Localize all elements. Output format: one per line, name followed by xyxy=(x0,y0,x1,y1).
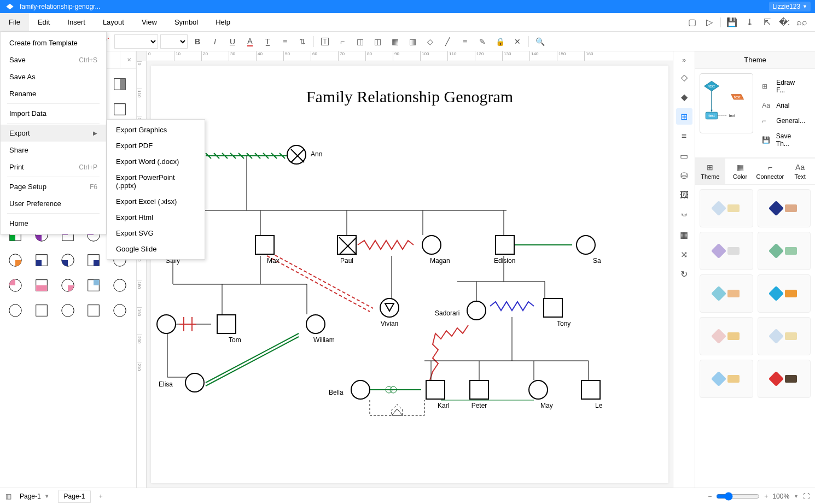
menu-insert[interactable]: Insert xyxy=(59,13,94,31)
theme-preset[interactable] xyxy=(700,189,753,227)
zoom-level[interactable]: 100% xyxy=(772,493,789,500)
menu-create-template[interactable]: Create from Template xyxy=(1,34,106,51)
node-sadorari[interactable]: Sadorari xyxy=(467,301,486,320)
shape-circle-pink[interactable] xyxy=(4,274,26,296)
line-spacing-icon[interactable]: ⇅ xyxy=(295,34,310,49)
theme-preset[interactable] xyxy=(758,360,811,398)
shape-circle8[interactable] xyxy=(109,300,131,321)
theme-tab-connector[interactable]: ⌐Connector xyxy=(755,159,785,184)
diagram-title[interactable]: Family Relationship Genogram xyxy=(306,87,513,106)
export-html[interactable]: Export Html xyxy=(107,209,205,225)
node-elisa[interactable]: Elisa xyxy=(185,373,205,392)
menu-view[interactable]: View xyxy=(133,13,166,31)
shape-square-blue[interactable] xyxy=(83,274,104,296)
node-tom[interactable]: Tom xyxy=(212,314,241,344)
theme-opt-general[interactable]: ⌐General... xyxy=(761,115,806,127)
export-ppt[interactable]: Export PowerPoint (.pptx) xyxy=(107,169,205,194)
search-icon[interactable]: 🔍 xyxy=(532,34,548,49)
shape-square6[interactable] xyxy=(83,300,104,321)
theme-opt-edraw-font[interactable]: ⊞Edraw F... xyxy=(761,77,806,96)
menu-export[interactable]: Export▶ xyxy=(1,125,106,142)
fullscreen-icon[interactable]: ⛶ xyxy=(803,493,810,500)
export-pdf[interactable]: Export PDF xyxy=(107,138,205,154)
node-edision[interactable]: Edision xyxy=(494,235,515,265)
export-google-slide[interactable]: Google Slide xyxy=(107,241,205,257)
lock-icon[interactable]: 🔒 xyxy=(492,34,508,49)
line-icon[interactable]: ╱ xyxy=(440,34,455,49)
node-bella[interactable]: Bella xyxy=(351,380,370,400)
fill-icon[interactable]: ◇ xyxy=(422,34,438,49)
menu-file[interactable]: File xyxy=(0,13,29,31)
distribute-icon[interactable]: ▥ xyxy=(405,34,420,49)
shape-square3[interactable] xyxy=(109,98,131,120)
theme-icon[interactable]: ⊞ xyxy=(676,108,692,125)
theme-opt-arial[interactable]: AaArial xyxy=(761,99,806,112)
font-color-icon[interactable]: A xyxy=(242,34,258,49)
node-vivian[interactable]: Vivian xyxy=(380,298,399,327)
underline-icon[interactable]: U xyxy=(225,34,240,49)
drawing-canvas[interactable]: Family Relationship Genogram xyxy=(151,66,668,483)
theme-preset[interactable] xyxy=(758,317,811,355)
export-excel[interactable]: Export Excel (.xlsx) xyxy=(107,194,205,209)
align-objects-icon[interactable]: ▦ xyxy=(387,34,403,49)
node-tony[interactable]: Tony xyxy=(535,298,570,327)
menu-save[interactable]: SaveCtrl+S xyxy=(1,51,106,68)
shape-square-pink[interactable] xyxy=(31,274,53,296)
shape-square-navy[interactable] xyxy=(31,249,53,271)
menu-print[interactable]: PrintCtrl+P xyxy=(1,159,106,175)
group-icon[interactable]: ◫ xyxy=(352,34,368,49)
node-anon1[interactable] xyxy=(156,314,176,334)
grid-icon[interactable]: ▦ xyxy=(676,226,692,243)
shapes-tab-close[interactable]: ✕ xyxy=(120,51,136,68)
node-max[interactable]: Max xyxy=(251,235,280,265)
edit-shape-icon[interactable]: ✎ xyxy=(475,34,490,49)
shape-square-navy2[interactable] xyxy=(83,249,104,271)
export-word[interactable]: Export Word (.docx) xyxy=(107,154,205,169)
history-icon[interactable]: ↻ xyxy=(676,266,692,282)
menu-home[interactable]: Home xyxy=(1,215,106,232)
theme-preset[interactable] xyxy=(700,360,753,398)
theme-preset[interactable] xyxy=(700,232,753,270)
shape-circle-pink2[interactable] xyxy=(57,274,79,296)
share-icon[interactable]: �: xyxy=(778,16,791,29)
styles-icon[interactable]: ◆ xyxy=(676,89,692,105)
download-icon[interactable]: ⤓ xyxy=(743,16,756,29)
node-may[interactable]: May xyxy=(524,380,553,409)
pages-icon[interactable]: ▥ xyxy=(5,493,11,500)
fill-tool-icon[interactable]: ◇ xyxy=(676,69,692,85)
collapse-right-icon[interactable]: » xyxy=(676,55,692,66)
theme-preset[interactable] xyxy=(758,232,811,270)
shape-circle7[interactable] xyxy=(57,300,79,321)
theme-tab-color[interactable]: ▦Color xyxy=(725,159,755,184)
text-tool-icon[interactable]: 🅃 xyxy=(317,34,333,49)
theme-preview[interactable]: text text text text xyxy=(700,73,753,133)
shape-circle-navy[interactable] xyxy=(57,249,79,271)
export-svg[interactable]: Export SVG xyxy=(107,225,205,241)
org-icon[interactable]: ⎃ xyxy=(676,207,692,223)
menu-import-data[interactable]: Import Data xyxy=(1,105,106,122)
node-karl[interactable]: Karl xyxy=(421,380,449,409)
export-icon[interactable]: ⇱ xyxy=(760,16,773,29)
italic-icon[interactable]: I xyxy=(207,34,223,49)
user-menu[interactable]: Lizzie123 ▼ xyxy=(769,2,811,11)
theme-tab-theme[interactable]: ⊞Theme xyxy=(695,159,725,184)
menu-help[interactable]: Help xyxy=(207,13,239,31)
bold-icon[interactable]: B xyxy=(190,34,205,49)
shape-circle-orange[interactable] xyxy=(4,249,26,271)
node-ann[interactable]: Ann xyxy=(287,145,306,165)
node-william[interactable]: William xyxy=(297,314,335,344)
node-peter[interactable]: Peter xyxy=(469,380,489,409)
node-le[interactable]: Le xyxy=(579,380,602,409)
binoculars-icon[interactable]: ⌕⌕ xyxy=(795,16,808,29)
ungroup-icon[interactable]: ◫ xyxy=(370,34,385,49)
save-icon[interactable]: 💾 xyxy=(725,16,738,29)
page-tab[interactable]: Page-1 xyxy=(58,490,91,503)
page-selector[interactable]: Page-1 ▼ xyxy=(16,491,54,502)
node-magan[interactable]: Magan xyxy=(414,235,450,265)
line-style-icon[interactable]: ≡ xyxy=(457,34,473,49)
menu-share[interactable]: Share xyxy=(1,142,106,159)
theme-tab-text[interactable]: AaText xyxy=(785,159,815,184)
image-icon[interactable]: 🖼 xyxy=(676,187,692,203)
menu-layout[interactable]: Layout xyxy=(94,13,133,31)
shape-circle5[interactable] xyxy=(109,274,131,296)
